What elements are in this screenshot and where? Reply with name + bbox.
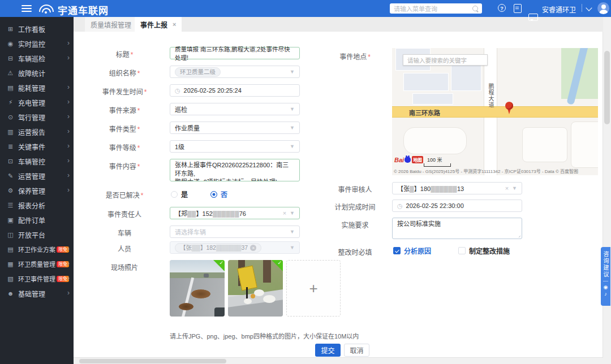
type-select[interactable]: 作业质量▼ [170, 122, 300, 134]
clock-icon: ◷ [397, 202, 403, 210]
map-marker-pin[interactable] [505, 102, 514, 115]
map-building [403, 73, 449, 91]
clear-icon[interactable]: × [283, 210, 290, 216]
menu-search-input[interactable]: 请输入菜单查询 [390, 3, 482, 14]
close-icon[interactable]: × [173, 21, 176, 28]
chevron-down-icon: ▼ [290, 245, 295, 250]
chevron-down-icon[interactable] [586, 5, 592, 11]
content-textarea[interactable]: 张林上报事件QR20260225212800：南三环东路, 鹏程大道,-2项指标… [170, 159, 300, 181]
photo-upload-button[interactable]: + [286, 260, 341, 317]
responsible-select[interactable]: 【郑▒▒】152▒▒▒▒▒▒76×▼ [170, 207, 300, 219]
chevron-down-icon: ▼ [290, 210, 295, 216]
org-tag: 环卫质量二级 [175, 67, 221, 77]
message-icon[interactable] [528, 14, 538, 21]
open-platform-icon: ◫ [6, 231, 15, 239]
baidu-logo: Bai地图 [394, 156, 423, 163]
header-divider [582, 4, 582, 12]
solved-radio-yes[interactable]: 是 [171, 189, 188, 199]
sidebar-item-energy[interactable]: ▤能耗管理› [0, 80, 74, 95]
source-select[interactable]: 巡检▼ [170, 103, 300, 115]
upload-hint: 请上传JPG、png、jpeg、bmp四种格式的图片，大小保证在10M以内 [170, 331, 359, 340]
document-icon[interactable] [514, 4, 522, 13]
tag-close-icon[interactable]: × [250, 245, 256, 251]
cancel-button[interactable]: 取消 [344, 344, 369, 357]
sidebar-item-basic-management[interactable]: ☻基础管理› [0, 286, 74, 301]
report-analysis-icon: ☰ [6, 202, 15, 209]
baidu-paw-icon [405, 157, 411, 163]
tab-event-report[interactable]: 事件上报 × [135, 17, 182, 32]
sidebar-item-operations[interactable]: ✎运营管理› [0, 168, 74, 183]
chevron-right-icon: › [67, 142, 70, 150]
vehicle-select[interactable]: 请选择车辆▼ [170, 226, 300, 238]
sidebar: ⊞工作看板 ◉实时监控› ⊟车辆巡检› ⚠故障统计 ▤能耗管理› ⚡充电管理› … [0, 17, 74, 364]
plan-time-picker[interactable]: ◷2026-02-25 22:30:00 [392, 200, 522, 212]
scene-photo-curb[interactable]: ✓ [228, 260, 283, 317]
scene-photo-road[interactable]: ✓ [170, 260, 225, 317]
org-name[interactable]: 安睿通环卫 [542, 5, 576, 14]
sidebar-item-op-report[interactable]: ▥运营报告› [0, 124, 74, 139]
sanitation-quality-icon: ▦ [6, 261, 15, 268]
sidebar-item-vehicle-inspection[interactable]: ⊟车辆巡检› [0, 51, 74, 66]
impl-req-textarea[interactable]: 按公司标准实施 [392, 218, 522, 239]
sidebar-item-maintenance[interactable]: ⚙保养管理› [0, 183, 74, 198]
sidebar-item-sanitation-quality[interactable]: ▦环卫质量管理限免› [0, 257, 74, 271]
sidebar-item-charging[interactable]: ⚡充电管理› [0, 95, 74, 110]
map-road-label-horizontal: 南三环东路 [409, 108, 440, 117]
reviewer-select[interactable]: 【张▒】180▒▒▒▒▒▒13×▼ [392, 182, 522, 194]
chevron-right-icon: › [67, 112, 70, 120]
sidebar-item-sanitation-plan[interactable]: ▤环卫作业方案限免› [0, 242, 74, 257]
driving-icon: ⊙ [6, 114, 15, 121]
submit-button[interactable]: 提交 [315, 344, 341, 357]
help-icon[interactable]: ? [498, 4, 506, 12]
title-input[interactable]: 质量填报 南三环东路,鹏程大道,2处事件尽快处理! [170, 47, 300, 59]
sidebar-item-driving[interactable]: ⊙驾行管理› [0, 110, 74, 124]
vertical-scrollbar[interactable] [603, 17, 611, 364]
rectify-checkbox-measures[interactable]: 制定整改措施 [458, 246, 510, 255]
solved-radio-no[interactable]: 否 [210, 189, 227, 199]
announcement-icon[interactable]: ♪ [604, 291, 607, 297]
level-select[interactable]: 1级▼ [170, 140, 300, 153]
sidebar-item-open-platform[interactable]: ◫开放平台 [0, 227, 74, 242]
map-search-input[interactable]: 请输入要搜索的关键字 [403, 54, 488, 66]
resize-handle-icon[interactable] [517, 233, 520, 237]
scrollbar-thumb[interactable] [79, 359, 226, 363]
menu-search-placeholder: 请输入菜单查询 [394, 4, 472, 13]
sidebar-item-monitor[interactable]: ◉实时监控› [0, 36, 74, 51]
scrollbar-thumb[interactable] [604, 51, 610, 124]
chevron-right-icon: › [67, 157, 70, 164]
baidu-map[interactable]: 南三环东路 鹏程大道 请输入要搜索的关键字 Bai地图 100 米 © 2026… [392, 48, 598, 175]
feedback-float-tab[interactable]: 咨询建议 ◉ ♪ [601, 247, 610, 306]
person-tag: 【张▒▒】182▒▒▒▒▒▒37× [175, 243, 261, 253]
level-label: 事件等级* [85, 142, 164, 152]
person-select[interactable]: 【张▒▒】182▒▒▒▒▒▒37×▼ [170, 241, 300, 254]
menu-toggle-icon[interactable] [21, 5, 32, 12]
vehicle-label: 车辆 [85, 228, 164, 237]
service-icon[interactable]: ◉ [604, 284, 608, 291]
rectify-checkbox-analyze[interactable]: 分析原因 [393, 246, 431, 255]
clear-icon[interactable]: × [505, 185, 512, 192]
sidebar-item-workboard[interactable]: ⊞工作看板 [0, 21, 74, 36]
radio-icon [171, 191, 178, 198]
type-label: 事件类型* [85, 124, 164, 133]
sidebar-item-fault-stats[interactable]: ⚠故障统计 [0, 66, 74, 80]
chevron-down-icon: ▼ [512, 185, 517, 191]
sidebar-item-report-analysis[interactable]: ☰报表分析 [0, 198, 74, 213]
search-icon [472, 6, 478, 11]
charging-icon: ⚡ [6, 99, 15, 106]
sidebar-item-key-events[interactable]: ≣关键事件› [0, 139, 74, 154]
tab-bar: 质量填报管理 × 事件上报 × [74, 17, 603, 32]
chevron-down-icon: ▼ [290, 229, 295, 235]
chevron-right-icon: › [67, 289, 70, 297]
sidebar-item-sanitation-event[interactable]: ▧环卫事件管理限免› [0, 271, 74, 286]
checkbox-checked-icon [393, 247, 401, 254]
map-road-label-vertical: 鹏程大道 [487, 83, 495, 108]
org-select[interactable]: 环卫质量二级▼ [170, 66, 300, 78]
sidebar-item-parts-order[interactable]: ▣配件订单 [0, 213, 74, 227]
avatar[interactable] [597, 2, 609, 14]
content-label: 事件内容* [85, 161, 164, 171]
sidebar-item-vehicle-control[interactable]: ⊡车辆管控› [0, 154, 74, 168]
occur-time-picker[interactable]: ◷2026-02-25 20:25:24 [170, 84, 300, 97]
solved-label: 是否已解决* [85, 190, 164, 200]
top-header: 宇通车联网 请输入菜单查询 ? 安睿通环卫 [0, 0, 611, 17]
horizontal-scrollbar[interactable] [74, 357, 603, 364]
